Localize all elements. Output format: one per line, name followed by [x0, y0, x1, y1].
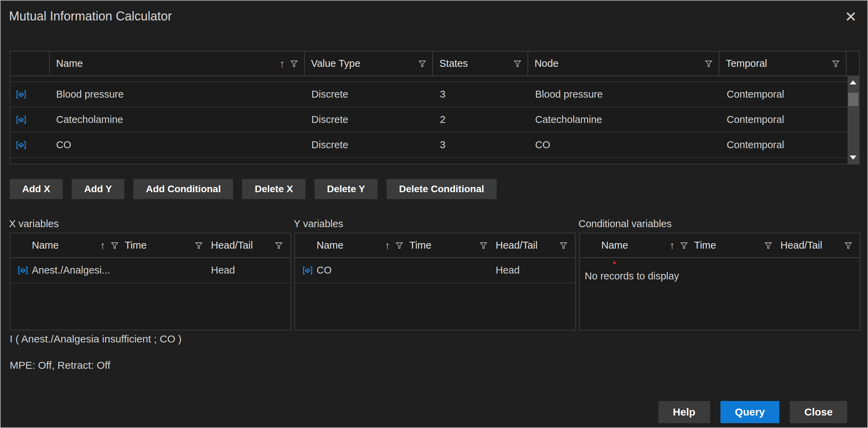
header-value-type-label: Value Type: [311, 58, 360, 69]
filter-icon[interactable]: [832, 60, 840, 67]
filter-icon[interactable]: [844, 242, 852, 249]
header-node-label: Node: [534, 58, 558, 69]
cell-head-tail: Head: [496, 265, 575, 276]
x-variables-label: X variables: [9, 218, 59, 230]
scroll-down-icon[interactable]: [850, 155, 857, 160]
filter-icon[interactable]: [418, 60, 426, 67]
variable-icon: [16, 115, 27, 124]
filter-icon[interactable]: [680, 242, 688, 249]
red-dot-indicator: [613, 261, 616, 264]
sort-asc-icon[interactable]: ↑: [670, 240, 675, 251]
filter-icon[interactable]: [275, 242, 283, 249]
filter-icon[interactable]: [195, 242, 203, 249]
cell-states: 3: [434, 139, 529, 151]
action-button-row: Add X Add Y Add Conditional Delete X Del…: [10, 179, 497, 199]
x-header-time[interactable]: Time: [125, 240, 211, 251]
cell-value-type: Discrete: [305, 89, 434, 100]
cell-states: 2: [434, 114, 529, 125]
header-temporal-label: Temporal: [726, 58, 767, 69]
delete-x-button[interactable]: Delete X: [242, 179, 305, 199]
mutual-information-expression: I ( Anest./Analgesia insufficient ; CO ): [10, 333, 181, 345]
mpe-retract-status: MPE: Off, Retract: Off: [10, 359, 110, 371]
cell-name: CO: [50, 139, 305, 151]
conditional-header-name[interactable]: Name ↑: [580, 240, 694, 251]
x-header-head-tail[interactable]: Head/Tail: [211, 240, 290, 251]
close-button[interactable]: Close: [790, 401, 847, 423]
cell-node: CO: [529, 139, 720, 151]
cell-name: Blood pressure: [50, 89, 305, 100]
x-header-name[interactable]: Name ↑: [10, 240, 125, 251]
header-name-label: Name: [56, 58, 83, 69]
header-node[interactable]: Node: [528, 52, 719, 75]
filter-icon[interactable]: [764, 242, 772, 249]
cell-value-type: Discrete: [305, 139, 434, 151]
header-icon-column: [10, 52, 50, 75]
variable-icon: [16, 90, 27, 99]
sort-asc-icon[interactable]: ↑: [280, 58, 285, 70]
query-button[interactable]: Query: [720, 401, 780, 423]
cell-states: 3: [434, 89, 529, 100]
cell-node: Catecholamine: [529, 114, 720, 125]
add-x-button[interactable]: Add X: [10, 179, 63, 199]
variable-icon: [16, 141, 27, 150]
conditional-header-head-tail[interactable]: Head/Tail: [780, 240, 860, 251]
cell-name: Anest./Analgesi...: [32, 265, 125, 276]
vertical-scrollbar[interactable]: [848, 76, 859, 164]
y-header-time[interactable]: Time: [409, 240, 496, 251]
header-states[interactable]: States: [433, 52, 528, 75]
cell-temporal: Contemporal: [720, 139, 848, 151]
filter-icon[interactable]: [705, 60, 712, 67]
filter-icon[interactable]: [396, 242, 403, 249]
add-y-button[interactable]: Add Y: [72, 179, 124, 199]
scrollbar-thumb[interactable]: [848, 93, 858, 106]
table-row[interactable]: CO Discrete 3 CO Contemporal: [10, 133, 859, 158]
close-icon[interactable]: ✕: [845, 10, 857, 24]
x-variable-row[interactable]: Anest./Analgesi... Head: [10, 258, 290, 283]
header-filler: [847, 52, 859, 75]
delete-y-button[interactable]: Delete Y: [315, 179, 378, 199]
x-variables-table: Name ↑ Time Head/Tail Anest./Analgesi...…: [10, 233, 291, 330]
conditional-variables-label: Conditional variables: [578, 218, 672, 230]
cell-head-tail: Head: [211, 265, 290, 276]
filter-icon[interactable]: [290, 60, 298, 67]
cell-value-type: Discrete: [305, 114, 434, 125]
sort-asc-icon[interactable]: ↑: [385, 240, 390, 251]
cell-name: CO: [317, 265, 409, 276]
page-title: Mutual Information Calculator: [9, 9, 172, 24]
sort-asc-icon[interactable]: ↑: [100, 240, 105, 251]
conditional-header-time[interactable]: Time: [694, 240, 780, 251]
mutual-information-calculator-dialog: Mutual Information Calculator ✕ Name ↑ V…: [0, 0, 868, 428]
scroll-up-icon[interactable]: [850, 80, 857, 84]
y-header-name[interactable]: Name ↑: [295, 240, 409, 251]
filter-icon[interactable]: [480, 242, 487, 249]
header-temporal[interactable]: Temporal: [719, 52, 847, 75]
cell-temporal: Contemporal: [720, 114, 848, 125]
delete-conditional-button[interactable]: Delete Conditional: [387, 179, 497, 199]
add-conditional-button[interactable]: Add Conditional: [133, 179, 233, 199]
cell-node: Blood pressure: [529, 89, 720, 100]
table-row[interactable]: Catecholamine Discrete 2 Catecholamine C…: [10, 107, 859, 133]
y-variables-table: Name ↑ Time Head/Tail CO Head: [294, 233, 576, 330]
no-records-message: No records to display: [580, 258, 860, 282]
header-value-type[interactable]: Value Type: [305, 52, 433, 75]
cell-temporal: Contemporal: [720, 89, 848, 100]
variables-table-header: Name ↑ Value Type States Node Te: [10, 52, 859, 76]
y-variables-label: Y variables: [294, 218, 343, 230]
variables-table: Name ↑ Value Type States Node Te: [10, 51, 860, 164]
table-row[interactable]: Blood pressure Discrete 3 Blood pressure…: [10, 82, 859, 107]
conditional-variables-table: Name ↑ Time Head/Tail No records to disp…: [579, 233, 860, 330]
partially-scrolled-row-top[interactable]: [10, 76, 859, 82]
filter-icon[interactable]: [514, 60, 521, 67]
cell-name: Catecholamine: [50, 114, 305, 125]
y-header-head-tail[interactable]: Head/Tail: [496, 240, 575, 251]
variables-table-body: Blood pressure Discrete 3 Blood pressure…: [10, 76, 859, 158]
variable-icon: [302, 266, 313, 275]
header-name[interactable]: Name ↑: [50, 52, 305, 75]
filter-icon[interactable]: [111, 242, 118, 249]
variable-icon: [17, 266, 28, 275]
filter-icon[interactable]: [560, 242, 567, 249]
y-variable-row[interactable]: CO Head: [295, 258, 575, 283]
footer-button-row: Help Query Close: [658, 401, 847, 423]
header-states-label: States: [439, 58, 468, 69]
help-button[interactable]: Help: [658, 401, 710, 423]
